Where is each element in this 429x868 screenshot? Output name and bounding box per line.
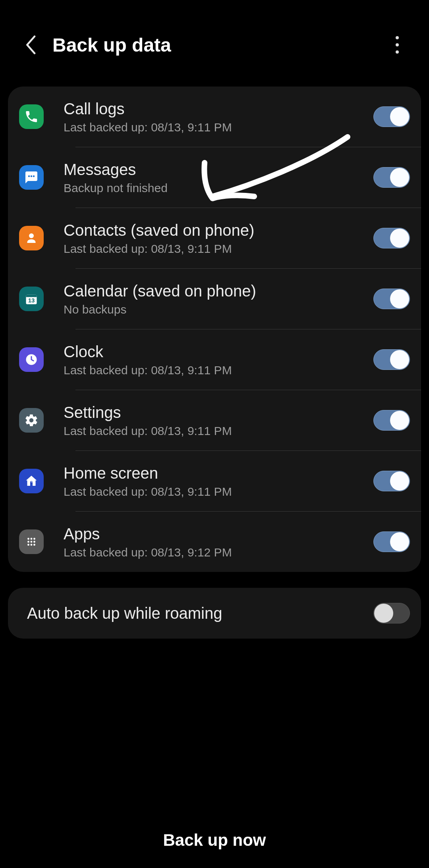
backup-item-calendar[interactable]: 13 Calendar (saved on phone) No backups <box>8 269 421 329</box>
header: Back up data <box>0 0 429 83</box>
item-title: Call logs <box>64 99 373 118</box>
svg-point-10 <box>31 538 33 540</box>
gear-icon <box>19 408 44 433</box>
svg-point-13 <box>31 541 33 543</box>
calendar-toggle[interactable] <box>373 289 410 309</box>
item-subtitle: Last backed up: 08/13, 9:12 PM <box>64 546 373 559</box>
grid-icon <box>19 529 44 554</box>
phone-icon <box>19 104 44 129</box>
back-button[interactable] <box>17 31 45 59</box>
svg-point-1 <box>31 175 33 177</box>
backup-item-contacts[interactable]: Contacts (saved on phone) Last backed up… <box>8 208 421 268</box>
svg-point-2 <box>33 175 35 177</box>
backup-item-home[interactable]: S Home screen Last backed up: 08/13, 9:1… <box>8 451 421 511</box>
apps-toggle[interactable] <box>373 531 410 552</box>
home-toggle[interactable] <box>373 471 410 491</box>
item-subtitle: Last backed up: 08/13, 9:11 PM <box>64 485 373 498</box>
more-icon <box>396 36 399 39</box>
chevron-left-icon <box>25 35 38 54</box>
svg-text:13: 13 <box>28 297 35 304</box>
item-subtitle: Last backed up: 08/13, 9:11 PM <box>64 424 373 438</box>
item-subtitle: Last backed up: 08/13, 9:11 PM <box>64 121 373 134</box>
backup-now-button[interactable]: Back up now <box>163 831 266 850</box>
item-subtitle: Last backed up: 08/13, 9:11 PM <box>64 364 373 377</box>
contacts-toggle[interactable] <box>373 228 410 248</box>
bottom-bar: Back up now <box>0 812 429 868</box>
item-title: Settings <box>64 403 373 422</box>
backup-item-call-logs[interactable]: Call logs Last backed up: 08/13, 9:11 PM <box>8 87 421 147</box>
calendar-icon: 13 <box>19 287 44 311</box>
svg-point-17 <box>33 544 35 546</box>
svg-point-12 <box>27 541 29 543</box>
messages-toggle[interactable] <box>373 167 410 188</box>
clock-toggle[interactable] <box>373 349 410 370</box>
svg-point-16 <box>31 544 33 546</box>
svg-point-3 <box>29 233 34 238</box>
home-icon: S <box>19 469 44 493</box>
backup-item-clock[interactable]: Clock Last backed up: 08/13, 9:11 PM <box>8 329 421 390</box>
item-title: Clock <box>64 342 373 361</box>
item-subtitle: No backups <box>64 303 373 316</box>
person-icon <box>19 226 44 250</box>
item-title: Calendar (saved on phone) <box>64 281 373 300</box>
chat-icon <box>19 165 44 190</box>
roaming-card: Auto back up while roaming <box>8 588 421 639</box>
roaming-title: Auto back up while roaming <box>27 604 373 623</box>
svg-point-15 <box>27 544 29 546</box>
page-title: Back up data <box>52 34 385 56</box>
roaming-toggle[interactable] <box>373 603 410 624</box>
svg-point-9 <box>27 538 29 540</box>
svg-text:S: S <box>30 480 33 485</box>
item-subtitle: Last backed up: 08/13, 9:11 PM <box>64 242 373 256</box>
item-title: Messages <box>64 160 373 179</box>
backup-item-apps[interactable]: Apps Last backed up: 08/13, 9:12 PM <box>8 512 421 572</box>
item-title: Contacts (saved on phone) <box>64 221 373 240</box>
backup-item-messages[interactable]: Messages Backup not finished <box>8 147 421 208</box>
item-title: Home screen <box>64 464 373 483</box>
backup-item-settings[interactable]: Settings Last backed up: 08/13, 9:11 PM <box>8 390 421 450</box>
item-subtitle: Backup not finished <box>64 181 373 195</box>
item-title: Apps <box>64 524 373 543</box>
backup-items-list: Call logs Last backed up: 08/13, 9:11 PM… <box>8 87 421 572</box>
svg-point-0 <box>28 175 30 177</box>
svg-point-14 <box>33 541 35 543</box>
svg-point-11 <box>33 538 35 540</box>
clock-icon <box>19 347 44 372</box>
call-logs-toggle[interactable] <box>373 106 410 127</box>
settings-toggle[interactable] <box>373 410 410 431</box>
more-options-button[interactable] <box>385 31 409 59</box>
